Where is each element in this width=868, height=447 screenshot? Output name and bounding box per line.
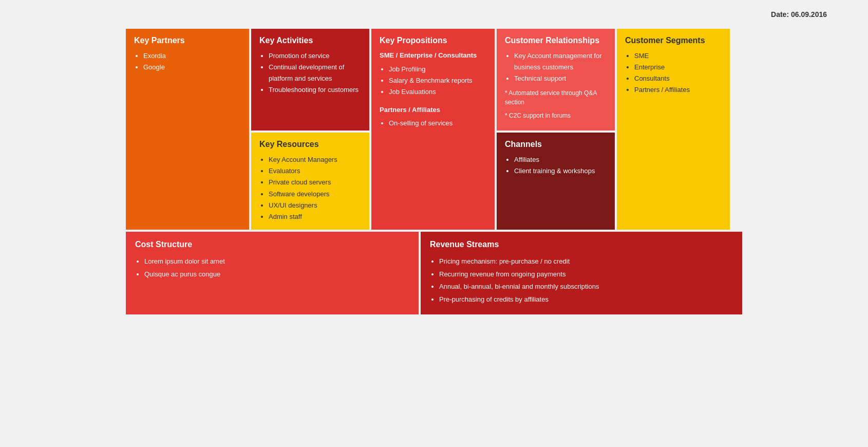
date-label: Date: 06.09.2016 [10, 10, 858, 18]
list-item: Partners / Affiliates [634, 84, 722, 96]
cr-note2: * C2C support in forums [505, 111, 607, 120]
key-propositions-cell: Key Propositions SME / Enterprise / Cons… [371, 29, 495, 230]
customer-segments-title: Customer Segments [625, 36, 722, 45]
cost-structure-title: Cost Structure [135, 240, 409, 249]
customer-relationships-cell: Customer Relationships Key Account manag… [497, 29, 615, 131]
list-item: Technical support [514, 73, 607, 84]
cost-structure-list: Lorem ipsum dolor sit amet Quisque ac pu… [135, 255, 409, 281]
key-partners-list: Exordia Google [134, 50, 241, 73]
channels-list: Affiliates Client training & workshops [505, 154, 607, 177]
list-item: Job Evaluations [389, 86, 486, 98]
list-item: Private cloud servers [269, 177, 361, 188]
key-resources-list: Key Account Managers Evaluators Private … [259, 154, 361, 222]
list-item: Evaluators [269, 165, 361, 177]
list-item: Client training & workshops [514, 165, 607, 177]
propositions-list2: On-selling of services [380, 118, 486, 129]
revenue-streams-list: Pricing mechanism: pre-purchase / no cre… [430, 255, 733, 306]
list-item: SME [634, 50, 722, 62]
propositions-list1: Job Profiling Salary & Benchmark reports… [380, 64, 486, 98]
list-item: Recurring revenue from ongoing payments [439, 268, 733, 281]
cost-structure-cell: Cost Structure Lorem ipsum dolor sit ame… [126, 232, 419, 314]
propositions-subtitle1: SME / Enterprise / Consultants [380, 50, 486, 61]
list-item: Consultants [634, 73, 722, 84]
list-item: Enterprise [634, 62, 722, 73]
list-item: Affiliates [514, 154, 607, 165]
list-item: Job Profiling [389, 64, 486, 75]
list-item: Quisque ac purus congue [144, 268, 409, 281]
customer-relationships-list: Key Account management for business cust… [505, 50, 607, 84]
list-item: Promotion of service [269, 50, 361, 62]
key-propositions-title: Key Propositions [380, 36, 486, 45]
customer-segments-cell: Customer Segments SME Enterprise Consult… [617, 29, 730, 230]
list-item: Key Account management for business cust… [514, 50, 607, 73]
channels-cell: Channels Affiliates Client training & wo… [497, 133, 615, 230]
list-item: Pricing mechanism: pre-purchase / no cre… [439, 255, 733, 268]
revenue-streams-title: Revenue Streams [430, 240, 733, 249]
propositions-subtitle2: Partners / Affiliates [380, 105, 486, 115]
list-item: UX/UI designers [269, 200, 361, 211]
key-activities-title: Key Activities [259, 36, 361, 45]
key-resources-cell: Key Resources Key Account Managers Evalu… [251, 133, 369, 230]
top-grid: Key Partners Exordia Google Key Activiti… [126, 29, 742, 230]
channels-title: Channels [505, 140, 607, 149]
revenue-streams-cell: Revenue Streams Pricing mechanism: pre-p… [421, 232, 742, 314]
key-activities-list: Promotion of service Continual developme… [259, 50, 361, 96]
cr-note1: * Automated service through Q&A section [505, 88, 607, 107]
list-item: Google [143, 62, 241, 73]
list-item: Software developers [269, 189, 361, 200]
customer-segments-list: SME Enterprise Consultants Partners / Af… [625, 50, 722, 96]
list-item: Salary & Benchmark reports [389, 75, 486, 86]
business-model-canvas: Key Partners Exordia Google Key Activiti… [126, 29, 742, 314]
list-item: Lorem ipsum dolor sit amet [144, 255, 409, 268]
bottom-grid: Cost Structure Lorem ipsum dolor sit ame… [126, 232, 742, 314]
list-item: Admin staff [269, 211, 361, 222]
key-resources-title: Key Resources [259, 140, 361, 149]
key-activities-cell: Key Activities Promotion of service Cont… [251, 29, 369, 131]
list-item: On-selling of services [389, 118, 486, 129]
customer-relationships-title: Customer Relationships [505, 36, 607, 45]
list-item: Pre-purchasing of credits by affiliates [439, 293, 733, 306]
list-item: Annual, bi-annual, bi-ennial and monthly… [439, 281, 733, 293]
list-item: Exordia [143, 50, 241, 62]
list-item: Troubleshooting for customers [269, 84, 361, 96]
key-partners-cell: Key Partners Exordia Google [126, 29, 249, 230]
list-item: Key Account Managers [269, 154, 361, 165]
key-partners-title: Key Partners [134, 36, 241, 45]
list-item: Continual development of platform and se… [269, 62, 361, 84]
